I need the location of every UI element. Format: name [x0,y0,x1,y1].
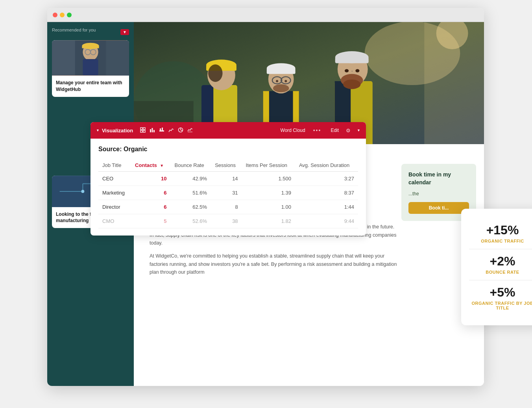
sidebar-card-1[interactable]: Manage your entire team with WidgetHub [52,40,129,97]
visualization-panel: ▼ Visualization [91,122,366,236]
svg-rect-48 [335,57,369,63]
th-contacts[interactable]: Contacts ▼ [131,159,170,172]
svg-rect-8 [52,41,75,75]
cell-job-title: CEO [98,172,131,186]
cell-job-title: Marketing [98,186,131,200]
th-job-title: Job Title [98,159,131,172]
svg-rect-9 [106,41,129,75]
svg-line-71 [181,130,183,131]
cell-job-title: Director [98,200,131,214]
svg-rect-65 [153,130,155,132]
svg-rect-60 [143,128,145,130]
stat-label-0: ORGANIC TRAFFIC [469,239,532,243]
close-dot[interactable] [53,13,57,17]
sidebar-card-1-image [52,40,129,76]
cell-sessions: 8 [211,200,242,214]
cell-sessions: 14 [211,172,242,186]
svg-rect-62 [143,130,145,132]
bar-chart-icon[interactable] [150,127,155,134]
cell-bounce-rate: 52.6% [171,214,211,228]
cell-bounce-rate: 51.6% [171,186,211,200]
cell-contacts: 6 [131,186,170,200]
svg-rect-4 [82,46,99,48]
viz-toggle[interactable]: ▼ Visualization [96,128,133,134]
cell-items-per-session: 1.00 [242,200,295,214]
table-row: Director 6 62.5% 8 1.00 1:44 [98,200,358,214]
book-button[interactable]: Book ti... [408,202,469,214]
cell-avg-duration: 1:44 [295,200,358,214]
browser-dots [53,13,72,17]
svg-rect-66 [159,130,164,132]
word-cloud-label[interactable]: Word Cloud [281,128,305,133]
svg-point-53 [343,80,361,89]
stat-label-2: ORGANIC TRAFFIC BY JOB TITLE [469,301,532,310]
svg-rect-64 [152,128,153,132]
cell-bounce-rate: 42.9% [171,172,211,186]
table-body: CEO 10 42.9% 14 1.500 3:27 Marketing 6 5… [98,172,358,228]
table-row: Marketing 6 51.6% 31 1.39 8:37 [98,186,358,200]
viz-panel-title: Visualization [102,128,133,134]
svg-point-55 [355,69,359,72]
minimize-dot[interactable] [60,13,65,17]
viz-type-icons [140,127,193,134]
cell-bounce-rate: 62.5% [171,200,211,214]
stat-label-1: BOUNCE RATE [469,270,532,274]
cell-contacts: 5 [131,214,170,228]
more-options-icon[interactable]: ••• [313,127,321,134]
stats-card: +15% ORGANIC TRAFFIC +2% BOUNCE RATE +5%… [461,209,532,325]
trend-chart-icon[interactable] [187,127,193,134]
th-avg-session-duration: Avg. Session Duration [295,159,358,172]
svg-point-54 [345,69,349,72]
cell-job-title: CMO [98,214,131,228]
svg-rect-68 [162,128,163,130]
book-calendar-title: Book time in my calendar [408,171,469,186]
data-table: Job Title Contacts ▼ Bounce Rate Session… [98,159,358,228]
collapse-icon[interactable]: ▼ [357,128,360,132]
stat-value-2: +5% [469,286,532,299]
svg-rect-2 [83,59,98,75]
cell-avg-duration: 3:27 [295,172,358,186]
svg-point-41 [276,80,278,82]
cell-avg-duration: 9:44 [295,214,358,228]
svg-point-31 [208,64,222,82]
cell-items-per-session: 1.500 [242,172,295,186]
sidebar-card-1-text: Manage your entire team with WidgetHub [52,76,129,97]
line-chart-icon[interactable] [168,127,174,134]
th-items-per-session: Items Per Session [242,159,295,172]
sort-arrow-icon: ▼ [160,163,164,168]
cell-contacts: 6 [131,200,170,214]
browser-titlebar [47,8,484,22]
table-header-row: Job Title Contacts ▼ Bounce Rate Session… [98,159,358,172]
recommended-label: Recommended for you [52,28,96,32]
table-view-icon[interactable] [140,127,146,134]
book-calendar-desc: ...the [408,191,469,197]
svg-point-14 [81,190,84,193]
edit-label[interactable]: Edit [331,128,339,133]
stats-items: +15% ORGANIC TRAFFIC +2% BOUNCE RATE +5%… [469,218,532,316]
svg-rect-59 [140,128,142,130]
svg-rect-37 [267,69,296,74]
stat-item-1: +2% BOUNCE RATE [469,249,532,280]
source-title: Source: Organic [98,146,358,153]
stat-item-0: +15% ORGANIC TRAFFIC [469,218,532,249]
fullscreen-dot[interactable] [67,13,72,17]
toggle-arrow-icon: ▼ [96,128,100,132]
viz-body: Source: Organic Job Title Contacts ▼ Bou… [91,139,366,236]
pie-chart-icon[interactable] [178,127,183,134]
th-sessions: Sessions [211,159,242,172]
svg-rect-63 [150,129,151,132]
column-chart-icon[interactable] [159,127,164,134]
article-para-2: At WidgetCo, we're committed to helping … [150,252,397,276]
table-row: CMO 5 52.6% 38 1.82 9:44 [98,214,358,228]
viz-toolbar: ▼ Visualization [91,122,366,139]
th-bounce-rate: Bounce Rate [171,159,211,172]
cell-items-per-session: 1.39 [242,186,295,200]
sidebar-badge: ▼ [120,29,129,35]
svg-point-42 [284,80,287,82]
svg-point-43 [273,84,289,92]
settings-icon[interactable]: ⚙ [346,128,351,134]
stat-value-0: +15% [469,224,532,236]
cell-sessions: 31 [211,186,242,200]
svg-rect-67 [160,128,161,130]
table-row: CEO 10 42.9% 14 1.500 3:27 [98,172,358,186]
